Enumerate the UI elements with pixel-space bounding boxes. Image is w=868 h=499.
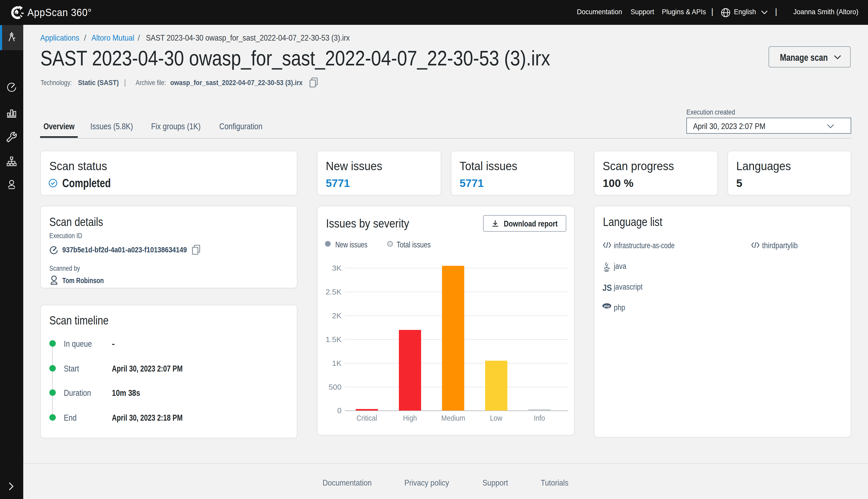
svg-text:php: php — [604, 304, 610, 308]
